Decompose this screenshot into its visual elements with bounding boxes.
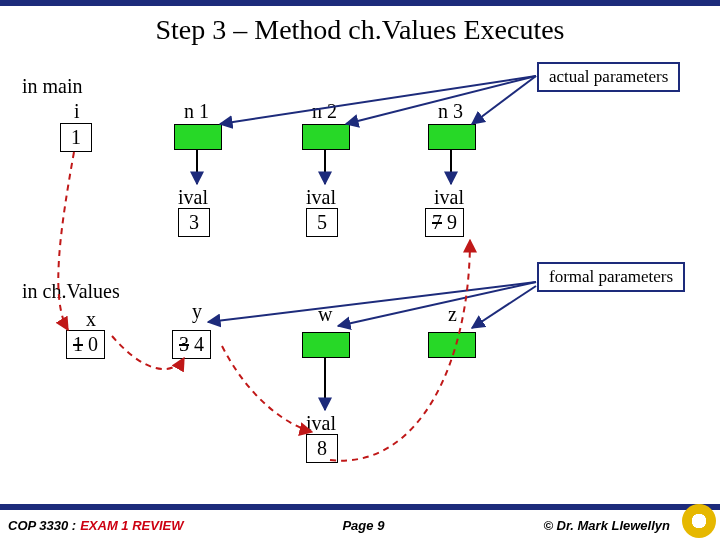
ival2-value: 5 (306, 208, 338, 237)
scope-chvalues: in ch.Values (22, 280, 120, 303)
footer-subject: EXAM 1 REVIEW (80, 518, 183, 533)
ival3-old: 7 (432, 211, 442, 233)
var-y-value-box: 3 4 (172, 330, 211, 359)
ival-bot-label: ival (306, 412, 336, 435)
ival3-value-box: 7 9 (425, 208, 464, 237)
n2-label: n 2 (312, 100, 337, 123)
x-old: 1 (73, 333, 83, 355)
ival3-label: ival (434, 186, 464, 209)
footer: COP 3330 : EXAM 1 REVIEW Page 9 © Dr. Ma… (0, 510, 720, 540)
var-x-value-box: 1 0 (66, 330, 105, 359)
scope-main: in main (22, 75, 83, 98)
ival3-new: 9 (447, 211, 457, 233)
footer-course: COP 3330 : (0, 518, 76, 533)
ival1-label: ival (178, 186, 208, 209)
var-w-label: w (318, 303, 332, 326)
n3-label: n 3 (438, 100, 463, 123)
ival-bot-value: 8 (306, 434, 338, 463)
n2-box (302, 124, 350, 150)
footer-page: Page 9 (183, 518, 543, 533)
var-x-label: x (86, 308, 96, 331)
x-new: 0 (88, 333, 98, 355)
n1-label: n 1 (184, 100, 209, 123)
formal-params-box: formal parameters (537, 262, 685, 292)
n3-box (428, 124, 476, 150)
var-i-label: i (74, 100, 80, 123)
y-new: 4 (194, 333, 204, 355)
actual-params-box: actual parameters (537, 62, 680, 92)
page-title: Step 3 – Method ch.Values Executes (0, 14, 720, 46)
var-i-value: 1 (60, 123, 92, 152)
y-old: 3 (179, 333, 189, 355)
n1-box (174, 124, 222, 150)
var-z-label: z (448, 303, 457, 326)
w-box (302, 332, 350, 358)
ival2-label: ival (306, 186, 336, 209)
ucf-logo (682, 504, 716, 538)
ival1-value: 3 (178, 208, 210, 237)
var-y-label: y (192, 300, 202, 323)
z-box (428, 332, 476, 358)
